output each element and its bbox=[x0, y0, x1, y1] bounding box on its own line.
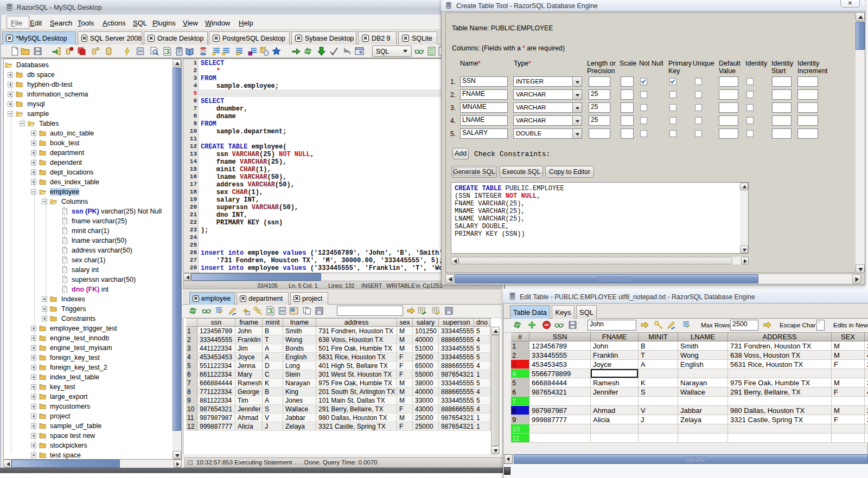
svg-text:...: ... bbox=[449, 312, 451, 315]
svg-text:...: ... bbox=[320, 312, 322, 315]
